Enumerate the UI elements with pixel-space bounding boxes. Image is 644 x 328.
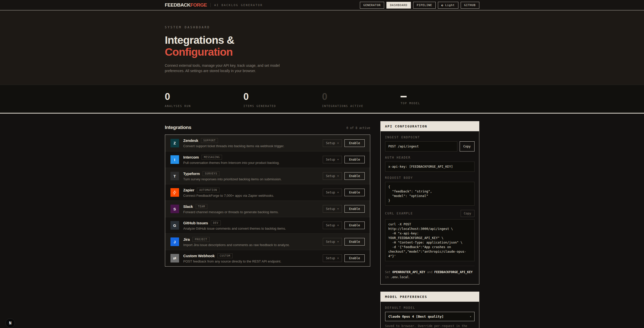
integration-row-jira: J Jira PROJECT Import Jira issue descrip… — [165, 233, 370, 250]
stat-label: INTEGRATIONS ACTIVE — [322, 104, 401, 108]
curl-example-label: CURL EXAMPLE — [385, 212, 413, 215]
model-save-note: Saved to browser. Override per-request i… — [385, 324, 475, 328]
jira-icon: J — [170, 237, 179, 246]
curl-example-value: curl -X POST http://localhost:3000/api/i… — [385, 219, 475, 261]
env-key-openrouter: OPENROUTER_API_KEY — [392, 270, 425, 274]
integration-description: Convert support ticket threads into back… — [183, 144, 323, 148]
logo-divider — [210, 3, 211, 7]
enable-button[interactable]: Enable — [344, 205, 364, 213]
integration-name: Typeform — [183, 171, 200, 176]
integration-row-zendesk: Z Zendesk SUPPORT Convert support ticket… — [165, 135, 370, 151]
request-body-value: { "feedback": "string", "model": "option… — [385, 182, 475, 206]
copy-endpoint-button[interactable]: Copy — [460, 141, 475, 151]
integration-description: Connect FeedbackForge to 7,000+ apps via… — [183, 194, 323, 198]
enable-button[interactable]: Enable — [344, 172, 364, 180]
api-panel-title: API CONFIGURATION — [381, 121, 479, 131]
logo-wordmark: FEEDBACKFORGE — [165, 2, 207, 8]
integration-tag: CUSTOM — [217, 253, 233, 258]
stat-items-generated: 0 ITEMS GENERATED — [243, 92, 322, 108]
integration-description: Analyze GitHub issue comments and conver… — [183, 227, 323, 230]
hero-description: Connect external tools, manage your API … — [165, 63, 286, 74]
caret-down-icon: ▼ — [337, 158, 339, 161]
enable-button[interactable]: Enable — [344, 222, 364, 229]
logo-forge: FORGE — [190, 2, 207, 8]
integration-row-custom-webhook: ⇄ Custom Webhook CUSTOM POST feedback fr… — [165, 250, 370, 266]
page-title: Integrations & Configuration — [165, 34, 479, 58]
ingest-endpoint-value: POST /api/ingest — [385, 141, 457, 151]
stat-value: 0 — [243, 92, 322, 102]
integration-name: Intercom — [183, 155, 199, 159]
caret-down-icon: ▼ — [337, 175, 339, 177]
integration-row-typeform: T Typeform SURVEYS Turn survey responses… — [165, 168, 370, 184]
theme-toggle-button[interactable]: ◐ Light — [438, 2, 458, 9]
enable-button[interactable]: Enable — [344, 254, 364, 262]
app-tagline: AI BACKLOG GENERATOR — [214, 4, 263, 7]
stat-label: TOP MODEL — [401, 102, 479, 105]
integration-description: Forward channel messages or threads to g… — [183, 210, 323, 214]
integrations-list: Z Zendesk SUPPORT Convert support ticket… — [165, 135, 370, 267]
nextjs-dev-badge[interactable]: N — [6, 318, 15, 328]
github-icon: G — [170, 221, 179, 230]
enable-button[interactable]: Enable — [344, 189, 364, 196]
caret-down-icon: ▼ — [337, 142, 339, 144]
nav-dashboard-button[interactable]: DASHBOARD — [386, 2, 411, 9]
integrations-active-count: 0 of 8 active — [346, 126, 370, 130]
model-preferences-panel: MODEL PREFERENCES DEFAULT MODEL Claude O… — [380, 292, 479, 328]
stat-top-model: TOP MODEL — [401, 92, 479, 108]
integration-tag: TEAM — [196, 204, 207, 209]
enable-button[interactable]: Enable — [344, 156, 364, 163]
nav-generator-button[interactable]: GENERATOR — [360, 2, 384, 9]
nav-github-button[interactable]: GITHUB — [461, 2, 479, 9]
stat-label: ANALYSES RUN — [165, 104, 243, 108]
setup-button[interactable]: Setup▼ — [323, 139, 342, 147]
setup-button[interactable]: Setup▼ — [323, 238, 342, 246]
intercom-icon: I — [170, 155, 179, 164]
integration-description: POST feedback from any source directly t… — [183, 259, 323, 263]
setup-button[interactable]: Setup▼ — [323, 156, 342, 163]
setup-button[interactable]: Setup▼ — [323, 205, 342, 213]
setup-button[interactable]: Setup▼ — [323, 222, 342, 229]
integration-description: Import Jira issue descriptions and comme… — [183, 243, 323, 247]
setup-button[interactable]: Setup▼ — [323, 172, 342, 180]
integration-row-github-issues: G GitHub Issues DEV Analyze GitHub issue… — [165, 217, 370, 233]
integration-tag: AUTOMATION — [197, 188, 219, 192]
integration-name: Zapier — [183, 188, 194, 192]
integration-name: Jira — [183, 237, 190, 242]
stat-integrations-active: 0 INTEGRATIONS ACTIVE — [322, 92, 401, 108]
integration-name: GitHub Issues — [183, 221, 208, 225]
setup-button[interactable]: Setup▼ — [323, 189, 342, 196]
top-nav-bar: FEEDBACKFORGE AI BACKLOG GENERATOR GENER… — [0, 0, 644, 10]
enable-button[interactable]: Enable — [344, 238, 364, 246]
copy-curl-button[interactable]: Copy — [461, 210, 475, 217]
integration-name: Zendesk — [183, 138, 198, 143]
app-logo[interactable]: FEEDBACKFORGE AI BACKLOG GENERATOR — [165, 2, 263, 8]
integrations-header: Integrations 0 of 8 active — [165, 125, 370, 130]
webhook-arrows-icon: ⇄ — [170, 254, 179, 263]
caret-down-icon: ▼ — [337, 240, 339, 243]
setup-button[interactable]: Setup▼ — [323, 254, 342, 262]
env-key-feedbackforge: FEEDBACKFORGE_API_KEY — [434, 270, 473, 274]
api-configuration-panel: API CONFIGURATION INGEST ENDPOINT POST /… — [380, 121, 479, 285]
auth-header-label: AUTH HEADER — [385, 156, 475, 159]
nav-pipeline-button[interactable]: PIPELINE — [413, 2, 436, 9]
stat-value: 0 — [165, 92, 243, 102]
ingest-endpoint-label: INGEST ENDPOINT — [385, 136, 475, 139]
slack-icon: S — [170, 205, 179, 213]
stats-band: 0 ANALYSES RUN 0 ITEMS GENERATED 0 INTEG… — [0, 85, 644, 114]
stat-value: 0 — [322, 92, 401, 102]
integration-tag: MESSAGING — [202, 155, 222, 160]
integration-tag: SURVEYS — [203, 171, 219, 176]
zendesk-icon: Z — [170, 139, 179, 147]
stat-label: ITEMS GENERATED — [243, 104, 322, 108]
hero-section: SYSTEM DASHBOARD Integrations & Configur… — [0, 10, 644, 85]
enable-button[interactable]: Enable — [344, 139, 364, 147]
caret-down-icon: ▾ — [470, 315, 471, 318]
integration-tag: DEV — [211, 221, 221, 225]
integration-description: Turn survey responses into prioritized b… — [183, 177, 323, 181]
nextjs-n-icon: N — [9, 321, 12, 325]
default-model-select[interactable]: Claude Opus 4 [Best quality] ▾ — [385, 312, 475, 321]
integrations-title: Integrations — [165, 125, 191, 130]
caret-down-icon: ▼ — [337, 191, 339, 194]
top-model-dash — [401, 96, 407, 97]
page-title-line2: Configuration — [165, 46, 479, 58]
